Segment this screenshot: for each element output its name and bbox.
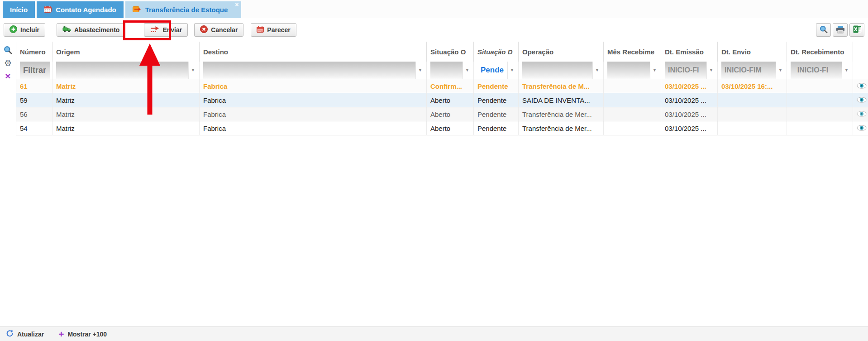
print-button[interactable] <box>833 23 848 37</box>
column-header-situacao-origem[interactable]: Situação O <box>427 42 474 62</box>
tab-label: Transferência de Estoque <box>145 6 228 14</box>
search-icon <box>820 25 828 35</box>
row-view-button[interactable] <box>853 107 868 121</box>
button-label: Incluir <box>20 26 39 34</box>
origem-filter-input[interactable]: ▼ <box>56 62 197 79</box>
dt-recebimento-filter-dropdown-icon[interactable]: ▼ <box>842 62 851 79</box>
table-row-56[interactable]: 56 Matriz Fabrica Aberto Pendente Transf… <box>16 107 868 121</box>
plus-circle-icon <box>10 25 17 34</box>
column-header-operacao[interactable]: Operação <box>519 42 604 62</box>
cell-operacao: Transferência de Mer... <box>519 107 604 121</box>
dt-emissao-filter-input[interactable]: INICIO-FI▼ <box>665 62 715 79</box>
transfer-icon <box>133 6 141 14</box>
table-row-54[interactable]: 54 Matriz Fabrica Aberto Pendente Transf… <box>16 121 868 135</box>
column-header-origem[interactable]: Origem <box>52 42 200 62</box>
button-label: Enviar <box>162 26 182 34</box>
column-header-mes-recebimento[interactable]: Mês Recebime <box>604 42 661 62</box>
cancel-circle-icon <box>200 25 208 34</box>
row-view-button[interactable] <box>853 93 868 107</box>
cell-mes-recebimento <box>604 93 661 107</box>
row-view-button[interactable] <box>853 121 868 135</box>
abastecimento-button[interactable]: Abastecimento <box>57 23 125 37</box>
cell-operacao: Transferência de M... <box>519 79 604 93</box>
column-header-dt-recebimento[interactable]: Dt. Recebimento <box>787 42 853 62</box>
row-view-button[interactable] <box>853 79 868 93</box>
cell-mes-recebimento <box>604 107 661 121</box>
cell-destino: Fabrica <box>200 107 427 121</box>
button-label: Parecer <box>267 26 290 34</box>
situacao-origem-filter-input[interactable]: ▼ <box>430 62 472 79</box>
button-label: Abastecimento <box>74 26 119 34</box>
cancelar-button[interactable]: Cancelar <box>194 23 243 37</box>
cell-dt-recebimento <box>787 79 853 93</box>
situacao-origem-filter-dropdown-icon[interactable]: ▼ <box>463 62 472 79</box>
excel-export-button[interactable] <box>849 23 864 37</box>
dt-envio-filter-input[interactable]: INICIO-FIM▼ <box>721 62 785 79</box>
dt-envio-filter-dropdown-icon[interactable]: ▼ <box>776 62 785 79</box>
cell-dt-envio: 03/10/2025 16:... <box>718 79 787 93</box>
cell-situacao-origem: Confirm... <box>427 79 474 93</box>
cell-dt-envio <box>718 93 787 107</box>
operacao-filter-dropdown-icon[interactable]: ▼ <box>592 62 601 79</box>
situacao-destino-filter-input[interactable]: Pende▼ <box>477 62 516 79</box>
numero-filter-input[interactable]: Filtrar <box>20 62 50 79</box>
tab-transferencia-de-estoque[interactable]: Transferência de Estoque × <box>125 1 242 18</box>
cell-dt-recebimento <box>787 121 853 135</box>
column-header-situacao-destino[interactable]: Situação D <box>474 42 519 62</box>
cell-situacao-origem: Aberto <box>427 93 474 107</box>
filter-value: INICIO-FI <box>797 66 828 74</box>
mes-recebimento-filter-dropdown-icon[interactable]: ▼ <box>650 62 659 79</box>
parecer-button[interactable]: Parecer <box>251 23 296 37</box>
grid-footer-bar: Atualizar + Mostrar +100 <box>0 327 868 341</box>
grid-search-icon[interactable] <box>3 45 13 55</box>
calendar-icon <box>44 5 52 14</box>
clear-filter-icon[interactable]: × <box>3 71 13 81</box>
atualizar-button[interactable]: Atualizar <box>6 330 44 339</box>
table-row-59[interactable]: 59 Matriz Fabrica Aberto Pendente SAIDA … <box>16 93 868 107</box>
footer-label: Mostrar +100 <box>67 331 107 338</box>
table-row-61[interactable]: 61 Matriz Fabrica Confirm... Pendente Tr… <box>16 79 868 93</box>
cell-dt-envio <box>718 121 787 135</box>
dt-recebimento-filter-input[interactable]: INICIO-FI▼ <box>791 62 851 79</box>
cell-dt-envio <box>718 107 787 121</box>
grid-settings-gear-icon[interactable]: ⚙ <box>3 58 13 68</box>
cell-dt-recebimento <box>787 93 853 107</box>
column-header-numero[interactable]: Número <box>16 42 52 62</box>
grid-filter-row: Filtrar ▼ ▼ ▼ Pende▼ ▼ ▼ INICIO-FI▼ INIC… <box>16 62 868 79</box>
cell-situacao-destino: Pendente <box>474 93 519 107</box>
tab-inicio[interactable]: Início <box>3 1 35 18</box>
cell-origem: Matriz <box>52 79 200 93</box>
cell-dt-emissao: 03/10/2025 ... <box>661 79 718 93</box>
printer-icon <box>836 25 845 35</box>
origem-filter-dropdown-icon[interactable]: ▼ <box>188 62 197 79</box>
cell-destino: Fabrica <box>200 93 427 107</box>
red-calendar-icon <box>257 26 264 34</box>
eye-icon <box>857 82 867 90</box>
grid-side-tools: ⚙ × <box>0 42 16 81</box>
destino-filter-input[interactable]: ▼ <box>203 62 424 79</box>
tab-contato-agendado[interactable]: Contato Agendado <box>37 1 124 18</box>
cell-dt-recebimento <box>787 107 853 121</box>
plus-icon: + <box>58 330 64 338</box>
enviar-button[interactable]: Enviar <box>144 23 188 37</box>
filter-placeholder: Filtrar <box>20 66 46 75</box>
destino-filter-dropdown-icon[interactable]: ▼ <box>415 62 424 79</box>
operacao-filter-input[interactable]: ▼ <box>522 62 601 79</box>
situacao-destino-filter-dropdown-icon[interactable]: ▼ <box>507 62 516 79</box>
cell-mes-recebimento <box>604 121 661 135</box>
cell-situacao-origem: Aberto <box>427 121 474 135</box>
mostrar-100-button[interactable]: + Mostrar +100 <box>58 330 107 338</box>
search-button[interactable] <box>816 23 831 37</box>
eye-icon <box>857 96 867 104</box>
incluir-button[interactable]: Incluir <box>4 23 45 37</box>
cell-destino: Fabrica <box>200 121 427 135</box>
column-header-dt-envio[interactable]: Dt. Envio <box>718 42 787 62</box>
dt-emissao-filter-dropdown-icon[interactable]: ▼ <box>706 62 715 79</box>
cell-operacao: Transferência de Mer... <box>519 121 604 135</box>
mes-recebimento-filter-input[interactable]: ▼ <box>607 62 659 79</box>
cell-dt-emissao: 03/10/2025 ... <box>661 93 718 107</box>
cell-mes-recebimento <box>604 79 661 93</box>
column-header-dt-emissao[interactable]: Dt. Emissão <box>661 42 718 62</box>
column-header-destino[interactable]: Destino <box>200 42 427 62</box>
close-tab-icon[interactable]: × <box>235 1 238 8</box>
